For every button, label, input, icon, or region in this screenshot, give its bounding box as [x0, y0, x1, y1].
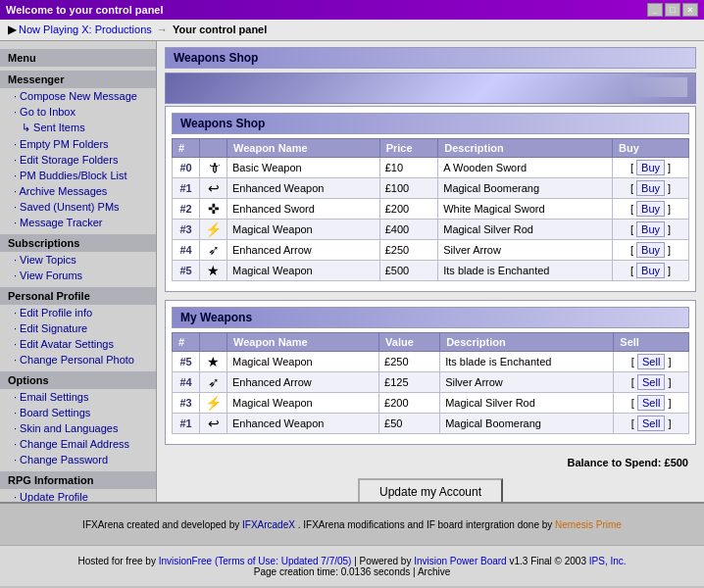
table-row: #4 ➶ Enhanced Arrow £250 Silver Arrow [ …: [173, 240, 689, 261]
my-weapons-table: # Weapon Name Value Description Sell #5 …: [172, 332, 689, 434]
item-name: Basic Weapon: [227, 158, 380, 178]
my-weapons-section-header: My Weapons: [172, 307, 689, 328]
item-num: #1: [173, 178, 200, 199]
item-desc: Magical Silver Rod: [440, 393, 614, 414]
sidebar-item-password[interactable]: · Change Password: [0, 452, 156, 467]
sidebar-menu-header: Menu: [0, 49, 156, 67]
item-buy-cell: [ Buy ]: [613, 220, 689, 240]
weapons-shop-page-title: Weapons Shop: [165, 47, 696, 69]
sidebar-item-edit-profile[interactable]: · Edit Profile info: [0, 305, 156, 320]
col-icon: [200, 333, 227, 352]
item-desc: Magical Boomerang: [440, 414, 614, 434]
item-desc: Its blade is Enchanted: [440, 352, 614, 372]
item-name: Enhanced Weapon: [227, 414, 379, 434]
sidebar-item-signature[interactable]: · Edit Signature: [0, 320, 156, 336]
sidebar-item-storage[interactable]: · Edit Storage Folders: [0, 152, 156, 168]
footer-line1: Hosted for free by InvisionFree (Terms o…: [8, 556, 696, 566]
item-num: #4: [173, 240, 200, 261]
col-sell: Sell: [614, 333, 689, 352]
table-row: #1 ↩ Enhanced Weapon £100 Magical Boomer…: [173, 178, 689, 199]
sell-button[interactable]: Sell: [637, 354, 665, 369]
sell-button[interactable]: Sell: [637, 416, 665, 431]
item-desc: Silver Arrow: [440, 372, 614, 393]
sidebar-item-photo[interactable]: · Change Personal Photo: [0, 352, 156, 368]
sidebar-item-board-settings[interactable]: · Board Settings: [0, 405, 156, 420]
table-row: #4 ➶ Enhanced Arrow £125 Silver Arrow [ …: [173, 372, 689, 393]
invisionpower-link[interactable]: Invision Power Board: [414, 556, 507, 566]
table-row: #1 ↩ Enhanced Weapon £50 Magical Boomera…: [173, 414, 689, 434]
update-account-button[interactable]: Update my Account: [358, 478, 503, 502]
sidebar-item-saved-pms[interactable]: · Saved (Unsent) PMs: [0, 199, 156, 215]
balance-value: £500: [665, 457, 688, 468]
balance-row: Balance to Spend: £500: [165, 453, 696, 472]
table-row: #5 ★ Magical Weapon £500 Its blade is En…: [173, 261, 689, 281]
terms-link[interactable]: (Terms of Use: Updated 7/7/05): [215, 556, 352, 566]
close-button[interactable]: ×: [682, 3, 698, 17]
item-icon: ⚡: [200, 393, 227, 414]
item-price: £500: [379, 261, 438, 281]
sidebar-item-buddies[interactable]: · PM Buddies/Block List: [0, 168, 156, 183]
sidebar-item-tracker[interactable]: · Message Tracker: [0, 215, 156, 230]
item-name: Magical Weapon: [227, 261, 380, 281]
col-price: Price: [379, 139, 438, 158]
buy-button[interactable]: Buy: [636, 221, 665, 237]
breadcrumb-home[interactable]: Now Playing X: Productions: [19, 24, 152, 35]
item-buy-cell: [ Buy ]: [613, 178, 689, 199]
nemesis-prime-link[interactable]: Nemesis Prime: [555, 519, 622, 530]
minimize-button[interactable]: _: [647, 3, 663, 17]
col-num: #: [173, 139, 200, 158]
table-row: #3 ⚡ Magical Weapon £200 Magical Silver …: [173, 393, 689, 414]
item-price: £100: [379, 178, 438, 199]
sidebar-item-compose[interactable]: · Compose New Message: [0, 88, 156, 104]
sidebar-item-inbox[interactable]: · Go to Inbox: [0, 104, 156, 120]
footer-line2: Page creation time: 0.0136 seconds | Arc…: [8, 566, 696, 577]
buy-button[interactable]: Buy: [636, 263, 665, 278]
col-icon: [200, 139, 227, 158]
buy-button[interactable]: Buy: [636, 160, 665, 175]
ips-link[interactable]: IPS, Inc.: [589, 556, 627, 566]
buy-button[interactable]: Buy: [636, 242, 665, 258]
sidebar-item-topics[interactable]: · View Topics: [0, 252, 156, 268]
breadcrumb-separator: →: [157, 24, 171, 35]
sidebar-item-forums[interactable]: · View Forums: [0, 268, 156, 283]
maximize-button[interactable]: □: [665, 3, 680, 17]
item-desc: Magical Boomerang: [438, 178, 613, 199]
sidebar-item-update-profile[interactable]: · Update Profile: [0, 489, 156, 502]
table-row: #3 ⚡ Magical Weapon £400 Magical Silver …: [173, 220, 689, 240]
sidebar-item-skin[interactable]: · Skin and Languages: [0, 420, 156, 436]
item-value: £50: [379, 414, 440, 434]
content-area: Weapons Shop Weapons Shop # Weapon Name …: [157, 41, 704, 502]
sidebar-item-archive-msg[interactable]: · Archive Messages: [0, 183, 156, 199]
item-icon: ➶: [200, 372, 227, 393]
item-name: Magical Weapon: [227, 352, 379, 372]
ifxarcadex-link[interactable]: IFXArcadeX: [242, 519, 295, 530]
table-row: #0 🗡 Basic Weapon £10 A Wooden Sword [ B…: [173, 158, 689, 178]
sidebar-item-sent[interactable]: ↳ Sent Items: [0, 120, 156, 136]
buy-button[interactable]: Buy: [636, 201, 665, 217]
my-weapons-container: My Weapons # Weapon Name Value Descripti…: [165, 300, 696, 445]
item-name: Magical Weapon: [227, 393, 379, 414]
buy-button[interactable]: Buy: [636, 180, 665, 196]
col-desc: Description: [440, 333, 614, 352]
bottom-bar: IFXArena created and developed by IFXArc…: [0, 502, 704, 545]
item-icon: ↩: [200, 414, 227, 434]
table-row: #5 ★ Magical Weapon £250 Its blade is En…: [173, 352, 689, 372]
item-price: £200: [379, 199, 438, 220]
title-bar: Welcome to your control panel _ □ ×: [0, 0, 704, 20]
shop-section-header: Weapons Shop: [172, 113, 689, 134]
sidebar-item-change-email[interactable]: · Change Email Address: [0, 436, 156, 452]
item-desc: White Magical Sword: [438, 199, 613, 220]
item-num: #4: [173, 372, 200, 393]
sidebar-item-empty-pm[interactable]: · Empty PM Folders: [0, 136, 156, 152]
sidebar-item-avatar[interactable]: · Edit Avatar Settings: [0, 336, 156, 352]
item-value: £200: [379, 393, 440, 414]
item-buy-cell: [ Buy ]: [613, 240, 689, 261]
item-name: Magical Weapon: [227, 220, 380, 240]
item-name: Enhanced Sword: [227, 199, 380, 220]
sell-button[interactable]: Sell: [637, 395, 665, 411]
col-num: #: [173, 333, 200, 352]
item-num: #5: [173, 261, 200, 281]
sidebar-item-email-settings[interactable]: · Email Settings: [0, 389, 156, 405]
invisionfree-link[interactable]: InvisionFree: [159, 556, 212, 566]
sell-button[interactable]: Sell: [637, 374, 665, 390]
